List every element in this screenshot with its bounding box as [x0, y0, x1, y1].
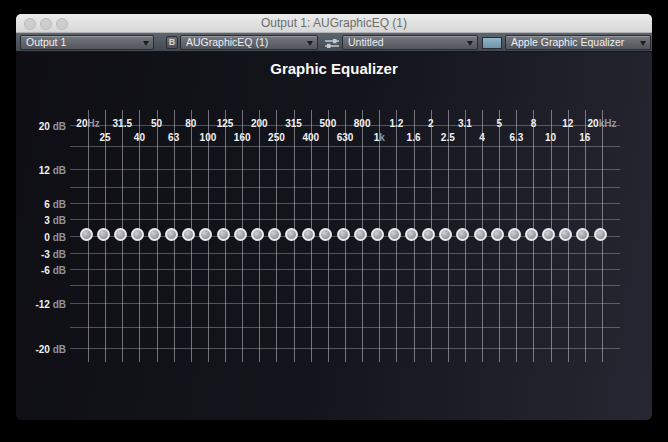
- close-button[interactable]: [24, 18, 36, 30]
- band-knob[interactable]: [319, 228, 332, 241]
- db-label: 0 dB: [16, 231, 66, 242]
- output-select[interactable]: Output 1: [20, 35, 154, 50]
- screen: Output 1: AUGraphicEQ (1) Output 1 B AUG…: [0, 0, 668, 442]
- mixer-sliders-icon[interactable]: [324, 36, 340, 49]
- db-label: -20 dB: [16, 343, 66, 354]
- db-label: 20 dB: [16, 120, 66, 131]
- toolbar: Output 1 B AUGraphicEQ (1) Untitled Appl…: [16, 33, 652, 52]
- grid-hline: [70, 348, 620, 349]
- zoom-button[interactable]: [56, 18, 68, 30]
- db-label: -6 dB: [16, 264, 66, 275]
- grid-hline: [70, 303, 620, 304]
- grid-hline: [70, 253, 620, 254]
- chevron-down-icon: [467, 41, 473, 46]
- band-knob[interactable]: [474, 228, 487, 241]
- band-knob[interactable]: [268, 228, 281, 241]
- band-knob[interactable]: [234, 228, 247, 241]
- band-knob[interactable]: [114, 228, 127, 241]
- band-knob[interactable]: [251, 228, 264, 241]
- band-knob[interactable]: [302, 228, 315, 241]
- grid-hline: [70, 327, 620, 328]
- band-knob[interactable]: [559, 228, 572, 241]
- band-knob[interactable]: [371, 228, 384, 241]
- band-knob[interactable]: [354, 228, 367, 241]
- band-knob[interactable]: [131, 228, 144, 241]
- band-knob[interactable]: [148, 228, 161, 241]
- band-knob[interactable]: [456, 228, 469, 241]
- chevron-down-icon: [307, 41, 313, 46]
- grid-hline: [70, 269, 620, 270]
- db-label: 12 dB: [16, 164, 66, 175]
- grid-hline: [70, 219, 620, 220]
- band-knob[interactable]: [405, 228, 418, 241]
- band-knob[interactable]: [525, 228, 538, 241]
- band-knob[interactable]: [217, 228, 230, 241]
- grid-hline: [70, 125, 620, 126]
- plugin-select[interactable]: AUGraphicEQ (1): [180, 35, 318, 50]
- band-knob[interactable]: [594, 228, 607, 241]
- db-label: 3 dB: [16, 214, 66, 225]
- band-knob[interactable]: [182, 228, 195, 241]
- view-select[interactable]: Apple Graphic Equalizer: [505, 35, 651, 50]
- grid-hline: [70, 187, 620, 188]
- db-label: -3 dB: [16, 248, 66, 259]
- titlebar[interactable]: Output 1: AUGraphicEQ (1): [16, 14, 652, 33]
- band-knob[interactable]: [337, 228, 350, 241]
- band-knob[interactable]: [97, 228, 110, 241]
- bypass-button[interactable]: B: [166, 36, 178, 49]
- minimize-button[interactable]: [40, 18, 52, 30]
- band-knob[interactable]: [80, 228, 93, 241]
- chevron-down-icon: [640, 41, 646, 46]
- db-label: -12 dB: [16, 298, 66, 309]
- band-knob[interactable]: [542, 228, 555, 241]
- band-knob[interactable]: [491, 228, 504, 241]
- band-knob[interactable]: [199, 228, 212, 241]
- au-plugin-window: Output 1: AUGraphicEQ (1) Output 1 B AUG…: [16, 14, 652, 420]
- band-knob[interactable]: [508, 228, 521, 241]
- grid-hline: [70, 203, 620, 204]
- grid-hline: [70, 285, 620, 286]
- eq-title: Graphic Equalizer: [16, 60, 652, 77]
- db-label: 6 dB: [16, 198, 66, 209]
- grid-hline: [70, 146, 620, 147]
- band-knob[interactable]: [285, 228, 298, 241]
- equalizer-panel: Graphic Equalizer Flatten EQ 31 Bands Hi…: [16, 52, 652, 420]
- color-swatch[interactable]: [482, 37, 502, 49]
- preset-select[interactable]: Untitled: [342, 35, 478, 50]
- band-knob[interactable]: [422, 228, 435, 241]
- band-knob[interactable]: [165, 228, 178, 241]
- band-knob[interactable]: [576, 228, 589, 241]
- traffic-lights: [24, 18, 68, 30]
- grid-hline: [70, 169, 620, 170]
- window-title: Output 1: AUGraphicEQ (1): [16, 14, 652, 32]
- band-knob[interactable]: [439, 228, 452, 241]
- band-knob[interactable]: [388, 228, 401, 241]
- chevron-down-icon: [143, 41, 149, 46]
